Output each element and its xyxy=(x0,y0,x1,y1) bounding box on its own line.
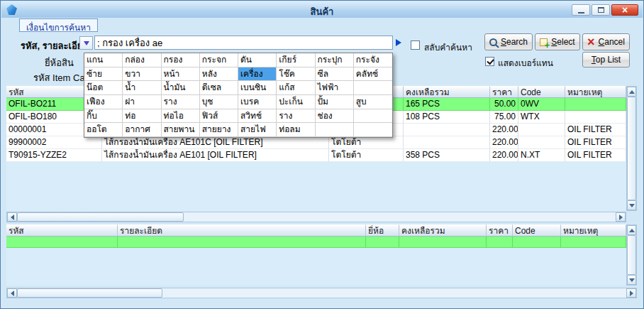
keyword-cell[interactable]: หน้า xyxy=(162,67,200,82)
col-header-price: ราคา xyxy=(487,224,513,237)
keyword-cell[interactable]: กระปุก xyxy=(316,53,354,67)
cell-code: T90915-YZZE2 xyxy=(6,149,102,162)
minimize-icon xyxy=(578,12,584,13)
field-dropdown-button[interactable] xyxy=(79,36,93,50)
scroll-down-button[interactable] xyxy=(627,275,636,285)
keyword-cell[interactable]: ซีล xyxy=(316,67,354,82)
keyword-cell[interactable]: เกียร์ xyxy=(277,53,315,67)
keyword-cell[interactable]: อากาศ xyxy=(123,123,161,137)
keyword-cell[interactable]: แก้ส xyxy=(277,81,315,95)
table-row[interactable]: 99900002 ไส้กรองน้ำมันเครื่อง AE101C [OI… xyxy=(6,136,626,149)
table-row[interactable]: T90915-YZZE2 ไส้กรองน้ำมันเครื่อง AE101 … xyxy=(6,149,626,162)
keyword-cell-selected[interactable]: เครื่อง xyxy=(238,67,277,82)
scrollbar-thumb[interactable] xyxy=(627,97,636,200)
keyword-cell[interactable]: เบนซิน xyxy=(238,81,277,95)
keyword-cell[interactable] xyxy=(354,81,392,95)
keyword-cell[interactable]: ฝา xyxy=(123,95,161,109)
keyword-cell[interactable]: ดัน xyxy=(238,53,277,67)
search-conditions-tab[interactable]: เงื่อนไขการค้นหา xyxy=(19,18,98,32)
scroll-right-button[interactable] xyxy=(616,212,626,222)
keyword-cell[interactable]: เบรค xyxy=(238,95,277,109)
swap-search-label: สลับคำค้นหา xyxy=(424,40,472,54)
scroll-left-button[interactable] xyxy=(7,288,17,298)
keyword-cell[interactable]: ไฟฟ้า xyxy=(316,81,354,95)
top-list-button[interactable]: Top List xyxy=(582,52,630,67)
close-icon xyxy=(622,4,628,16)
select-button-label: Select xyxy=(551,37,574,47)
scroll-left-button[interactable] xyxy=(7,212,17,222)
cell-description: ไส้กรองน้ำมันเครื่อง AE101 [OIL FILTER] xyxy=(102,149,329,162)
keyword-cell[interactable]: โช๊ค xyxy=(277,67,315,82)
keyword-cell[interactable]: ปั้ม xyxy=(316,95,354,109)
keyword-cell[interactable]: กล่อง xyxy=(123,53,161,67)
scroll-down-button[interactable] xyxy=(627,200,636,210)
show-numbers-checkbox[interactable] xyxy=(485,57,494,66)
cell-note: OIL FILTER xyxy=(565,124,626,136)
select-button[interactable]: Select xyxy=(535,33,580,50)
cell-code2: WTX xyxy=(518,111,565,124)
selected-items-table: รหัส รายละเอียด ยี่ห้อ คงเหลือรวม ราคา C… xyxy=(6,224,626,286)
keyword-cell[interactable] xyxy=(354,109,392,124)
keyword-cell[interactable]: ราง xyxy=(277,109,315,124)
main-vertical-scrollbar[interactable] xyxy=(626,86,637,211)
magnifier-icon xyxy=(489,38,497,46)
right-arrow-icon[interactable] xyxy=(396,39,401,46)
keyword-cell[interactable]: ท่อไอ xyxy=(162,109,200,124)
bottom-horizontal-scrollbar[interactable] xyxy=(6,288,637,298)
keyword-cell[interactable]: เฟือง xyxy=(84,95,123,109)
cell-note xyxy=(565,98,626,111)
keyword-cell[interactable] xyxy=(316,123,354,137)
keyword-cell[interactable]: กิ๊บ xyxy=(84,109,123,124)
maximize-button[interactable] xyxy=(592,4,610,16)
keyword-cell[interactable]: บุช xyxy=(200,95,238,109)
keyword-cell[interactable]: สายพาน xyxy=(162,123,200,137)
bottom-vertical-scrollbar[interactable] xyxy=(626,224,637,286)
scrollbar-thumb[interactable] xyxy=(627,235,636,275)
keyword-cell[interactable]: น้ำมัน xyxy=(162,81,200,95)
keyword-cell[interactable]: น๊อต xyxy=(84,81,123,95)
minimize-button[interactable] xyxy=(572,4,590,16)
scroll-up-button[interactable] xyxy=(627,225,636,235)
keyword-cell[interactable]: กรอง xyxy=(162,53,200,67)
keyword-cell[interactable]: ปะเก็น xyxy=(277,95,315,109)
search-button[interactable]: Search xyxy=(484,33,533,50)
search-input[interactable] xyxy=(94,36,393,50)
cell-note: OIL FILTER xyxy=(565,149,626,162)
cell-brand: โตโยต้า xyxy=(329,149,404,162)
keyword-cell[interactable]: สวิทช์ xyxy=(238,109,277,124)
empty-selected-row[interactable] xyxy=(6,237,626,248)
scrollbar-thumb[interactable] xyxy=(17,212,184,222)
keyword-cell[interactable]: ท่อลม xyxy=(277,123,315,137)
main-horizontal-scrollbar[interactable] xyxy=(6,212,626,222)
keyword-cell[interactable] xyxy=(354,123,392,137)
swap-search-checkbox[interactable] xyxy=(411,40,420,50)
keyword-cell[interactable]: ดีเซล xyxy=(200,81,238,95)
keyword-cell[interactable]: ท่อ xyxy=(123,109,161,124)
cancel-button[interactable]: Cancel xyxy=(582,33,630,50)
window-title: สินค้า xyxy=(1,4,643,19)
cell-stock xyxy=(404,124,490,136)
keyword-cell[interactable]: ฟิวส์ xyxy=(200,109,238,124)
keyword-cell[interactable]: แกน xyxy=(84,53,123,67)
cell-code2: N.XT xyxy=(518,149,565,162)
keyword-cell[interactable]: น้ำ xyxy=(123,81,161,95)
cancel-button-label: Cancel xyxy=(599,37,625,47)
scrollbar-thumb[interactable] xyxy=(17,288,162,298)
close-button[interactable] xyxy=(611,4,638,16)
keyword-cell[interactable]: ราง xyxy=(162,95,200,109)
keyword-cell[interactable]: คลัทช์ xyxy=(354,67,392,82)
keyword-cell[interactable]: กระจัง xyxy=(354,53,392,67)
keyword-cell[interactable]: ขวา xyxy=(123,67,161,82)
keyword-cell[interactable]: สายยาง xyxy=(200,123,238,137)
scroll-up-button[interactable] xyxy=(627,87,636,97)
keyword-cell[interactable]: สูบ xyxy=(354,95,392,109)
scroll-right-button[interactable] xyxy=(626,288,636,298)
keyword-cell[interactable]: ช่อง xyxy=(316,109,354,124)
keyword-cell[interactable]: ซ้าย xyxy=(84,67,123,82)
titlebar[interactable]: สินค้า xyxy=(1,1,643,18)
col-header-code2: Code xyxy=(518,86,565,98)
keyword-cell[interactable]: สายไฟ xyxy=(238,123,277,137)
keyword-cell[interactable]: กระจก xyxy=(200,53,238,67)
keyword-cell[interactable]: หลัง xyxy=(200,67,238,82)
keyword-cell[interactable]: ออโต xyxy=(84,123,123,137)
